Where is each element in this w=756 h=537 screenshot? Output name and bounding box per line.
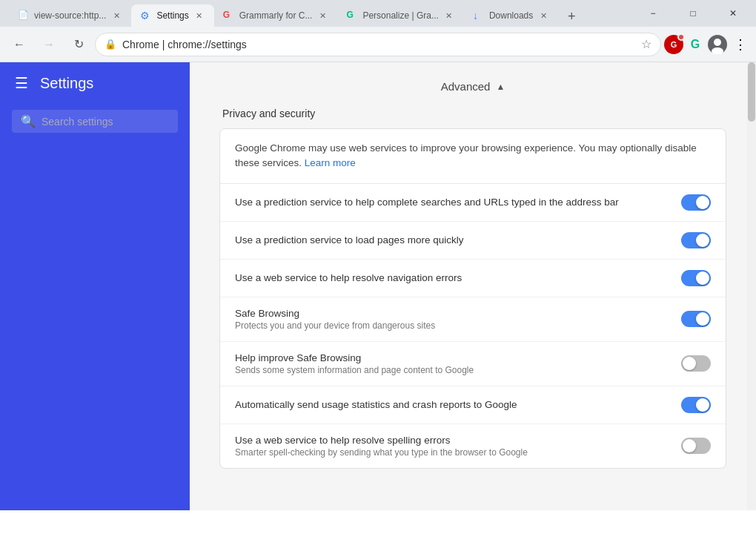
setting-row-improve-safe-browsing: Help improve Safe Browsing Sends some sy…: [220, 342, 726, 386]
downloads-icon: ↓: [473, 10, 485, 22]
toggle-knob-prediction-load: [696, 234, 709, 247]
setting-row-nav-errors: Use a web service to help resolve naviga…: [220, 260, 726, 297]
setting-desc-spell-errors: Smarter spell-checking by sending what y…: [235, 447, 672, 458]
minimize-button[interactable]: −: [636, 0, 670, 27]
close-button[interactable]: ✕: [716, 0, 750, 27]
content-wrapper: Advanced ▲ Privacy and security Google C…: [190, 62, 756, 498]
scrollbar-thumb[interactable]: [748, 62, 755, 122]
privacy-info-row: Google Chrome may use web services to im…: [220, 129, 726, 184]
advanced-arrow-icon: ▲: [496, 82, 505, 92]
setting-title-prediction-search: Use a prediction service to help complet…: [235, 197, 672, 208]
title-bar: 📄 view-source:http... ✕ ⚙ Settings ✕ G G…: [0, 0, 756, 27]
personalize-icon: G: [346, 10, 358, 22]
menu-dots-icon[interactable]: ⋮: [729, 34, 750, 55]
setting-title-safe-browsing: Safe Browsing: [235, 308, 672, 319]
sidebar-header: ☰ Settings: [0, 62, 190, 104]
advanced-button[interactable]: Advanced ▲: [219, 62, 726, 108]
new-tab-button[interactable]: +: [561, 6, 582, 27]
setting-text-prediction-search: Use a prediction service to help complet…: [235, 197, 672, 208]
lock-icon: 🔒: [105, 39, 116, 50]
tab-downloads-label: Downloads: [489, 10, 533, 21]
forward-button[interactable]: →: [36, 31, 62, 58]
search-input[interactable]: [42, 116, 169, 128]
toggle-knob-prediction-search: [696, 196, 709, 209]
tab-view-source-label: view-source:http...: [34, 10, 106, 21]
tab-personalize[interactable]: G Personalize | Gra... ✕: [337, 4, 464, 27]
back-button[interactable]: ←: [6, 31, 33, 58]
account-icon[interactable]: [707, 34, 728, 55]
setting-row-usage-stats: Automatically send usage statistics and …: [220, 386, 726, 424]
tab-personalize-close[interactable]: ✕: [443, 10, 455, 22]
toggle-knob-usage-stats: [696, 398, 709, 412]
toggle-prediction-load[interactable]: [681, 232, 711, 248]
scrollbar-track[interactable]: [747, 62, 756, 510]
ext-icon-2[interactable]: G: [685, 34, 706, 55]
tabs-bar: 📄 view-source:http... ✕ ⚙ Settings ✕ G G…: [6, 0, 633, 27]
toggle-nav-errors[interactable]: [681, 270, 711, 286]
tab-settings-label: Settings: [156, 10, 188, 21]
setting-text-prediction-load: Use a prediction service to load pages m…: [235, 234, 672, 246]
settings-tab-icon: ⚙: [140, 10, 152, 22]
tab-downloads[interactable]: ↓ Downloads ✕: [464, 4, 558, 27]
toggle-prediction-search[interactable]: [681, 194, 711, 211]
tab-downloads-close[interactable]: ✕: [537, 10, 549, 22]
search-icon: 🔍: [21, 114, 36, 128]
setting-desc-improve-safe-browsing: Sends some system information and page c…: [235, 365, 672, 375]
setting-row-prediction-search: Use a prediction service to help complet…: [220, 184, 726, 222]
address-text: Chrome | chrome://settings: [122, 39, 635, 50]
settings-wrapper: ☰ Settings 🔍 Advanced ▲ Privacy and secu…: [0, 62, 756, 510]
toggle-knob-spell-errors: [683, 439, 696, 452]
toggle-spell-errors[interactable]: [681, 438, 711, 454]
setting-title-usage-stats: Automatically send usage statistics and …: [235, 399, 672, 410]
toggle-usage-stats[interactable]: [681, 397, 711, 413]
tab-grammarly[interactable]: G Grammarly for C... ✕: [214, 4, 338, 27]
setting-text-improve-safe-browsing: Help improve Safe Browsing Sends some sy…: [235, 352, 672, 375]
search-bar[interactable]: 🔍: [12, 110, 178, 133]
window-controls: − □ ✕: [636, 0, 750, 27]
tab-grammarly-label: Grammarly for C...: [239, 10, 313, 21]
privacy-section-title: Privacy and security: [219, 108, 726, 119]
reload-button[interactable]: ↻: [65, 31, 92, 58]
nav-right-icons: G G ⋮: [664, 34, 750, 55]
navigation-bar: ← → ↻ 🔒 Chrome | chrome://settings ☆ G G…: [0, 27, 756, 62]
bookmark-icon[interactable]: ☆: [641, 37, 651, 51]
setting-text-safe-browsing: Safe Browsing Protects you and your devi…: [235, 308, 672, 331]
search-bar-wrapper: 🔍: [0, 104, 190, 145]
tab-grammarly-close[interactable]: ✕: [316, 10, 328, 22]
address-bar[interactable]: 🔒 Chrome | chrome://settings ☆: [95, 33, 661, 56]
setting-title-improve-safe-browsing: Help improve Safe Browsing: [235, 352, 672, 363]
toggle-improve-safe-browsing[interactable]: [681, 355, 711, 372]
settings-sidebar: ☰ Settings 🔍: [0, 62, 190, 510]
setting-row-prediction-load: Use a prediction service to load pages m…: [220, 222, 726, 260]
setting-text-usage-stats: Automatically send usage statistics and …: [235, 399, 672, 410]
tab-personalize-label: Personalize | Gra...: [362, 10, 439, 21]
setting-row-safe-browsing: Safe Browsing Protects you and your devi…: [220, 297, 726, 342]
settings-main[interactable]: Advanced ▲ Privacy and security Google C…: [190, 62, 756, 510]
privacy-settings-card: Google Chrome may use web services to im…: [219, 128, 726, 469]
learn-more-link[interactable]: Learn more: [305, 157, 356, 168]
tab-view-source-close[interactable]: ✕: [110, 10, 122, 22]
view-source-icon: 📄: [18, 10, 30, 22]
toggle-knob-improve-safe-browsing: [683, 357, 696, 370]
sidebar-title: Settings: [40, 75, 93, 92]
tab-settings-close[interactable]: ✕: [193, 10, 205, 22]
advanced-label: Advanced: [441, 80, 491, 93]
tab-view-source[interactable]: 📄 view-source:http... ✕: [9, 4, 131, 27]
setting-title-nav-errors: Use a web service to help resolve naviga…: [235, 272, 672, 283]
grammarly-icon: G: [223, 10, 235, 22]
toggle-knob-safe-browsing: [696, 312, 709, 326]
toggle-knob-nav-errors: [696, 271, 709, 285]
setting-text-spell-errors: Use a web service to help resolve spelli…: [235, 435, 672, 458]
ext-icon-1[interactable]: G: [664, 35, 683, 54]
setting-text-nav-errors: Use a web service to help resolve naviga…: [235, 272, 672, 283]
svg-point-1: [714, 39, 721, 46]
setting-title-prediction-load: Use a prediction service to load pages m…: [235, 234, 672, 246]
tab-settings[interactable]: ⚙ Settings ✕: [131, 4, 213, 27]
setting-row-spell-errors: Use a web service to help resolve spelli…: [220, 424, 726, 468]
toggle-safe-browsing[interactable]: [681, 311, 711, 327]
sidebar-menu-icon[interactable]: ☰: [15, 74, 28, 92]
setting-title-spell-errors: Use a web service to help resolve spelli…: [235, 435, 672, 446]
maximize-button[interactable]: □: [676, 0, 710, 27]
setting-desc-safe-browsing: Protects you and your device from danger…: [235, 320, 672, 331]
